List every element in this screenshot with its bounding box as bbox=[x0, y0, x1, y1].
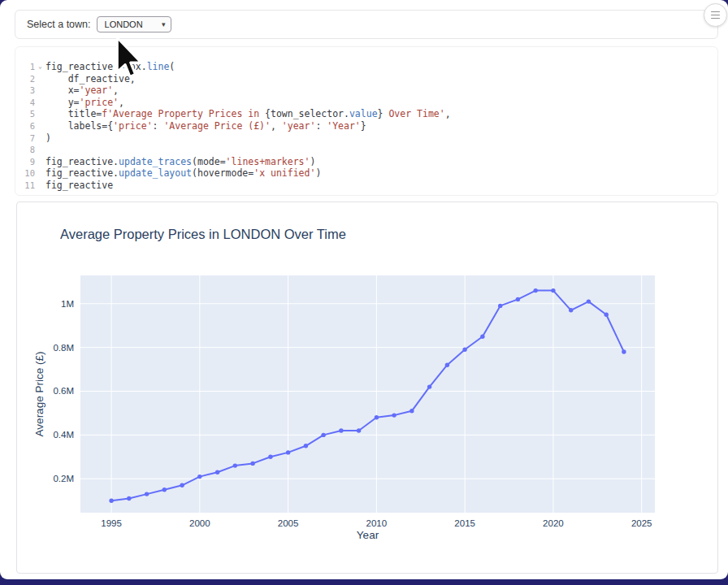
line-number: 9 bbox=[15, 156, 35, 168]
line-number: 1 bbox=[15, 61, 35, 73]
x-tick-label: 2025 bbox=[631, 518, 652, 528]
data-point-marker[interactable] bbox=[321, 433, 325, 437]
fold-spacer bbox=[35, 108, 46, 120]
data-point-marker[interactable] bbox=[445, 363, 449, 367]
data-point-marker[interactable] bbox=[551, 288, 555, 292]
fold-spacer bbox=[35, 144, 46, 156]
code-line: 6 labels={'price': 'Average Price (£)', … bbox=[15, 120, 717, 132]
x-tick-label: 2010 bbox=[366, 518, 388, 528]
line-number: 11 bbox=[15, 180, 35, 192]
fold-spacer bbox=[35, 73, 46, 85]
fold-spacer bbox=[35, 167, 46, 180]
data-point-marker[interactable] bbox=[587, 299, 591, 303]
data-point-marker[interactable] bbox=[127, 496, 131, 500]
y-tick-label: 1M bbox=[61, 299, 74, 309]
x-tick-label: 2020 bbox=[543, 518, 564, 528]
code-editor[interactable]: 1⌄fig_reactive = px.line(2 df_reactive,3… bbox=[15, 46, 718, 196]
code-line: 7) bbox=[15, 132, 717, 145]
data-point-marker[interactable] bbox=[233, 463, 237, 467]
data-point-marker[interactable] bbox=[357, 428, 361, 432]
fold-spacer bbox=[35, 156, 46, 168]
fold-spacer bbox=[35, 132, 46, 145]
x-tick-label: 1995 bbox=[101, 518, 122, 528]
code-line: 8 bbox=[15, 144, 717, 156]
x-tick-label: 2000 bbox=[189, 518, 210, 528]
data-point-marker[interactable] bbox=[410, 409, 414, 413]
code-line: 4 y='price', bbox=[15, 97, 717, 109]
fold-icon[interactable]: ⌄ bbox=[35, 61, 46, 73]
line-number: 7 bbox=[15, 132, 35, 145]
town-selector-select[interactable]: LONDON bbox=[97, 16, 171, 32]
notebook-card: Select a town: LONDON ▾ 1⌄fig_reactive =… bbox=[0, 0, 728, 579]
y-axis-title: Average Price (£) bbox=[33, 352, 46, 437]
data-point-marker[interactable] bbox=[339, 428, 343, 432]
data-point-marker[interactable] bbox=[109, 499, 113, 503]
data-point-marker[interactable] bbox=[604, 313, 609, 317]
line-number: 5 bbox=[15, 108, 35, 120]
town-selector-label: Select a town: bbox=[27, 19, 91, 30]
y-tick-label: 0.8M bbox=[53, 343, 74, 353]
data-point-marker[interactable] bbox=[215, 470, 219, 474]
data-point-marker[interactable] bbox=[197, 474, 202, 479]
line-number: 8 bbox=[15, 144, 35, 156]
data-point-marker[interactable] bbox=[145, 492, 149, 496]
data-point-marker[interactable] bbox=[268, 455, 272, 459]
chart-title: Average Property Prices in LONDON Over T… bbox=[60, 227, 346, 242]
code-line: 11fig_reactive bbox=[15, 180, 717, 192]
code-line: 2 df_reactive, bbox=[15, 73, 717, 85]
data-point-marker[interactable] bbox=[462, 348, 466, 352]
data-point-marker[interactable] bbox=[480, 335, 484, 339]
code-line: 5 title=f'Average Property Prices in {to… bbox=[15, 108, 717, 120]
x-tick-label: 2005 bbox=[278, 518, 299, 528]
line-number: 10 bbox=[15, 167, 35, 180]
property-price-chart[interactable]: 19952000200520102015202020250.2M0.4M0.6M… bbox=[17, 202, 717, 571]
code-line: 9fig_reactive.update_traces(mode='lines+… bbox=[15, 156, 717, 168]
code-line: 10fig_reactive.update_layout(hovermode='… bbox=[15, 167, 717, 180]
data-point-marker[interactable] bbox=[286, 450, 290, 454]
data-point-marker[interactable] bbox=[304, 444, 308, 448]
data-point-marker[interactable] bbox=[516, 297, 520, 301]
fold-spacer bbox=[35, 180, 46, 192]
y-tick-label: 0.6M bbox=[53, 386, 74, 396]
fold-spacer bbox=[35, 97, 46, 109]
data-point-marker[interactable] bbox=[392, 413, 396, 417]
x-tick-label: 2015 bbox=[454, 518, 475, 528]
data-point-marker[interactable] bbox=[534, 288, 538, 292]
data-point-marker[interactable] bbox=[427, 384, 431, 388]
data-point-marker[interactable] bbox=[375, 415, 379, 419]
menu-button[interactable] bbox=[704, 3, 727, 27]
line-number: 6 bbox=[15, 120, 35, 132]
data-point-marker[interactable] bbox=[162, 488, 167, 492]
code-line: 1⌄fig_reactive = px.line( bbox=[15, 61, 717, 73]
data-point-marker[interactable] bbox=[622, 349, 626, 353]
code-line: 3 x='year', bbox=[15, 84, 717, 97]
data-point-marker[interactable] bbox=[250, 462, 254, 466]
fold-spacer bbox=[35, 84, 46, 97]
y-tick-label: 0.4M bbox=[53, 430, 74, 440]
data-point-marker[interactable] bbox=[498, 304, 502, 308]
x-axis-title: Year bbox=[357, 529, 379, 541]
data-point-marker[interactable] bbox=[180, 483, 184, 488]
data-point-marker[interactable] bbox=[569, 308, 573, 312]
output-cell: Average Property Prices in LONDON Over T… bbox=[16, 202, 718, 574]
line-number: 3 bbox=[15, 84, 35, 97]
y-tick-label: 0.2M bbox=[53, 474, 74, 483]
town-selector-cell: Select a town: LONDON ▾ bbox=[15, 10, 718, 39]
fold-spacer bbox=[35, 120, 46, 132]
line-number: 2 bbox=[15, 73, 35, 85]
plot-area[interactable] bbox=[80, 275, 655, 513]
line-number: 4 bbox=[15, 97, 35, 109]
